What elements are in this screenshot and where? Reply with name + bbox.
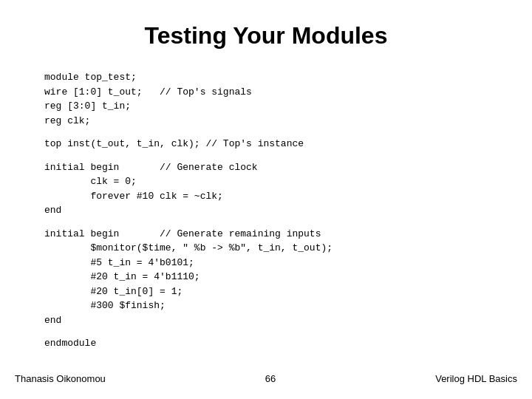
footer-page-number: 66 — [265, 373, 276, 384]
code-instance-line: top inst(t_out, t_in, clk); // Top's ins… — [44, 137, 488, 151]
footer-author: Thanasis Oikonomou — [15, 373, 106, 384]
code-endmodule: endmodule — [44, 336, 488, 351]
slide-container: Testing Your Modules module top_test; wi… — [0, 0, 532, 399]
code-initial-clock: initial begin // Generate clock clk = 0;… — [44, 160, 488, 218]
slide-title: Testing Your Modules — [44, 22, 488, 50]
footer: Thanasis Oikonomou 66 Verilog HDL Basics — [0, 373, 532, 384]
code-initial-inputs: initial begin // Generate remaining inpu… — [44, 227, 488, 328]
code-module-def: module top_test; wire [1:0] t_out; // To… — [44, 70, 488, 128]
footer-course-title: Verilog HDL Basics — [435, 373, 517, 384]
